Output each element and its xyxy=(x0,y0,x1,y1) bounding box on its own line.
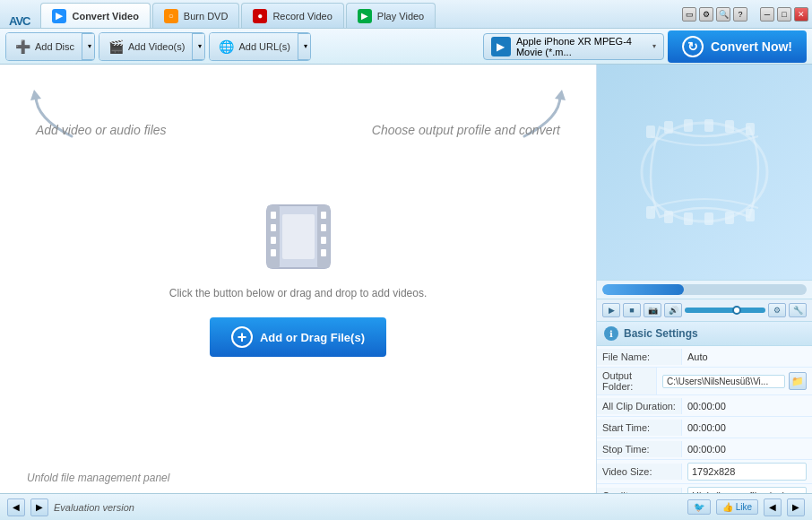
svg-rect-11 xyxy=(321,237,326,244)
add-videos-dropdown-button[interactable]: ▾ xyxy=(192,33,205,60)
settings-header-icon: ℹ xyxy=(604,326,618,341)
output-folder-value: 📁 xyxy=(657,369,812,393)
format-selector[interactable]: ▶ Apple iPhone XR MPEG-4 Movie (*.m... ▾ xyxy=(483,33,664,60)
start-time-label: Start Time: xyxy=(597,420,682,436)
burn-dvd-icon: ○ xyxy=(164,9,178,23)
add-disc-button[interactable]: ➕ Add Disc xyxy=(6,33,82,60)
stop-button[interactable]: ■ xyxy=(623,303,641,317)
quality-dropdown-wrapper: High (Larger file size) Medium Low (Smal… xyxy=(687,487,807,493)
convert-now-label: Convert Now! xyxy=(711,39,792,54)
arrow-hint-tl xyxy=(18,82,81,148)
add-files-label: Add or Drag File(s) xyxy=(260,331,365,344)
unfold-hint-text: Unfold file management panel xyxy=(27,472,169,484)
video-size-label: Video Size: xyxy=(597,464,682,480)
stop-time-value: 00:00:00 xyxy=(682,441,812,457)
svg-rect-17 xyxy=(684,119,693,132)
tab-play-video[interactable]: ▶ Play Video xyxy=(346,3,436,28)
settings-panel: File Name: Auto Output Folder: 📁 All Cli… xyxy=(597,346,812,493)
svg-rect-24 xyxy=(704,212,713,225)
status-text: Evaluation version xyxy=(54,502,682,513)
record-video-icon: ● xyxy=(253,9,267,23)
window-min-button[interactable]: ─ xyxy=(760,7,774,22)
wrench-button[interactable]: 🔧 xyxy=(789,303,807,317)
convert-now-button[interactable]: ↻ Convert Now! xyxy=(668,30,807,63)
svg-rect-12 xyxy=(321,249,326,256)
output-folder-input[interactable] xyxy=(662,375,785,388)
tab-convert-video[interactable]: ▶ Convert Video xyxy=(40,3,150,28)
file-name-value: Auto xyxy=(682,349,812,365)
status-nav-next-button[interactable]: ▶ xyxy=(30,498,48,516)
window-help-button[interactable]: ? xyxy=(733,7,747,22)
format-dropdown-arrow: ▾ xyxy=(652,42,656,50)
video-size-dropdown-wrapper: 1792x828 1920x1080 1280x720 854x480 xyxy=(687,463,807,481)
svg-rect-13 xyxy=(282,214,315,259)
snapshot-button[interactable]: 📷 xyxy=(644,303,661,317)
video-size-select[interactable]: 1792x828 1920x1080 1280x720 854x480 xyxy=(687,463,807,481)
add-disc-dropdown-button[interactable]: ▾ xyxy=(82,33,95,60)
window-max-button[interactable]: □ xyxy=(777,7,791,22)
facebook-like-button[interactable]: 👍 Like xyxy=(716,499,758,515)
status-nav-prev-button[interactable]: ◀ xyxy=(7,498,25,516)
svg-rect-16 xyxy=(664,121,673,134)
choose-hint-text: Choose output profile and convert xyxy=(372,123,560,137)
stop-time-label: Stop Time: xyxy=(597,441,682,457)
window-settings-button[interactable]: ⚙ xyxy=(699,7,713,22)
svg-rect-20 xyxy=(746,123,755,135)
svg-rect-23 xyxy=(684,212,693,225)
status-scroll-right-button[interactable]: ▶ xyxy=(787,498,805,516)
facebook-icon: 👍 xyxy=(722,502,733,512)
add-videos-button[interactable]: 🎬 Add Video(s) xyxy=(99,33,192,60)
svg-rect-25 xyxy=(725,212,734,224)
window-search-button[interactable]: 🔍 xyxy=(716,7,730,22)
window-close-button[interactable]: ✕ xyxy=(794,7,808,22)
settings-button[interactable]: ⚙ xyxy=(768,303,786,317)
audio-button[interactable]: 🔊 xyxy=(664,303,682,317)
file-name-text: Auto xyxy=(687,351,708,362)
video-size-value: 1792x828 1920x1080 1280x720 854x480 xyxy=(682,460,812,483)
progress-area xyxy=(597,280,812,299)
play-button[interactable]: ▶ xyxy=(602,303,620,317)
right-panel: ▶ ■ 📷 🔊 ⚙ 🔧 ℹ Basic Settings File Name: … xyxy=(597,65,812,493)
svg-rect-22 xyxy=(664,211,673,223)
add-videos-group: 🎬 Add Video(s) ▾ xyxy=(99,32,205,61)
clip-duration-row: All Clip Duration: 00:00:00 xyxy=(597,395,812,417)
start-time-row: Start Time: 00:00:00 xyxy=(597,417,812,438)
add-files-icon: + xyxy=(231,326,253,348)
stop-time-row: Stop Time: 00:00:00 xyxy=(597,438,812,460)
play-video-icon: ▶ xyxy=(358,9,372,23)
add-videos-icon: 🎬 xyxy=(107,38,125,56)
output-folder-browse-button[interactable]: 📁 xyxy=(789,372,807,390)
svg-rect-8 xyxy=(271,249,276,256)
film-strip-icon xyxy=(263,201,334,273)
window-controls: ▭ ⚙ 🔍 ? ─ □ ✕ xyxy=(682,7,808,22)
title-bar: AVC ▶ Convert Video ○ Burn DVD ● Record … xyxy=(0,0,812,29)
settings-header-title: Basic Settings xyxy=(624,327,698,340)
tab-convert-video-label: Convert Video xyxy=(72,11,138,22)
quality-select[interactable]: High (Larger file size) Medium Low (Smal… xyxy=(687,487,807,493)
tab-burn-dvd-label: Burn DVD xyxy=(184,11,229,22)
tab-strip: AVC ▶ Convert Video ○ Burn DVD ● Record … xyxy=(4,0,682,28)
volume-slider[interactable] xyxy=(685,308,765,313)
add-videos-label: Add Video(s) xyxy=(128,41,185,52)
preview-area xyxy=(597,65,812,280)
format-label: Apple iPhone XR MPEG-4 Movie (*.m... xyxy=(516,36,647,57)
twitter-button[interactable]: 🐦 xyxy=(687,499,711,515)
svg-rect-9 xyxy=(321,212,326,219)
left-panel: Add video or audio files Choose output p… xyxy=(0,65,597,493)
tab-burn-dvd[interactable]: ○ Burn DVD xyxy=(152,3,240,28)
output-folder-label: Output Folder: xyxy=(597,368,657,394)
add-url-button[interactable]: 🌐 Add URL(s) xyxy=(210,33,297,60)
window-minimize-button[interactable]: ▭ xyxy=(682,7,696,22)
add-files-button[interactable]: + Add or Drag File(s) xyxy=(210,317,386,357)
start-time-value: 00:00:00 xyxy=(682,420,812,436)
drop-hint-text: Click the button below or drag and drop … xyxy=(169,287,428,299)
status-scroll-left-button[interactable]: ◀ xyxy=(764,498,782,516)
add-disc-label: Add Disc xyxy=(35,41,74,52)
svg-rect-19 xyxy=(725,120,734,133)
add-url-dropdown-button[interactable]: ▾ xyxy=(298,33,311,60)
quality-row: Quality: High (Larger file size) Medium … xyxy=(597,484,812,493)
add-disc-icon: ➕ xyxy=(13,38,31,56)
svg-rect-6 xyxy=(271,224,276,231)
tab-record-video[interactable]: ● Record Video xyxy=(241,3,343,28)
tab-record-video-label: Record Video xyxy=(272,11,332,22)
